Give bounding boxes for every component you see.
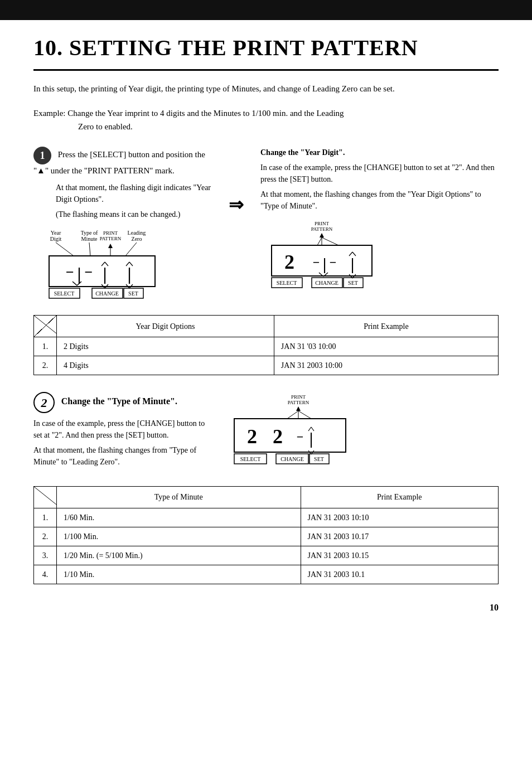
step2-container: 2 Change the "Type of Minute". In case o…: [33, 392, 499, 584]
svg-line-10: [125, 243, 137, 256]
step1-row2-col2: JAN 31 2003 10:00: [274, 356, 498, 375]
step2-row3-col1: 1/20 Min. (= 5/100 Min.): [57, 546, 301, 565]
step1-row1-col2: JAN 31 '03 10:00: [274, 337, 498, 356]
example-text: Example: Change the Year imprint to 4 di…: [33, 106, 499, 133]
svg-line-64: [298, 411, 311, 419]
svg-line-39: [317, 237, 322, 245]
svg-text:PRINT: PRINT: [103, 230, 118, 236]
step2-row2-col1: 1/100 Min.: [57, 527, 301, 546]
example-text-second: Zero to enabled.: [78, 122, 133, 131]
step2-row1-num: 1.: [34, 508, 57, 527]
svg-text:|: |: [77, 264, 81, 284]
step1-left-svg: Year Digit Type of Minute PRINT PATTERN …: [39, 227, 162, 305]
step2-header: Change the "Type of Minute".: [61, 396, 177, 406]
table-row: 3. 1/20 Min. (= 5/100 Min.) JAN 31 2003 …: [34, 546, 499, 565]
step2-row3-col2: JAN 31 2003 10.15: [301, 546, 499, 565]
right-arrow-icon: ⇒: [229, 191, 244, 218]
svg-text:|: |: [103, 264, 107, 284]
title-underline: [33, 69, 499, 71]
step2-table-corner: [34, 486, 57, 508]
svg-text:−: −: [85, 264, 93, 280]
step1-table-corner: [34, 316, 57, 337]
step2-col-header-2: Print Example: [301, 486, 499, 508]
svg-text:−: −: [297, 430, 304, 444]
svg-marker-62: [296, 406, 301, 411]
svg-text:−: −: [313, 255, 320, 269]
step1-left: 1 Press the [SELECT] button and position…: [33, 147, 212, 308]
step2-row2-num: 2.: [34, 527, 57, 546]
step2-text1: In case of the example, press the [CHANG…: [33, 418, 212, 441]
svg-text:SELECT: SELECT: [54, 290, 75, 297]
svg-marker-11: [108, 244, 113, 248]
step2-row2-col2: JAN 31 2003 10.17: [301, 527, 499, 546]
table-row: 2. 1/100 Min. JAN 31 2003 10.17: [34, 527, 499, 546]
svg-text:Year: Year: [51, 230, 61, 236]
svg-line-81: [34, 487, 56, 505]
step2-row4-col2: JAN 31 2003 10.1: [301, 565, 499, 584]
intro-text: In this setup, the printing of Year digi…: [33, 82, 499, 95]
example-text-main: Change the Year imprint to 4 digits and …: [67, 109, 344, 118]
step2-table: Type of Minute Print Example 1. 1/60 Min…: [33, 486, 499, 584]
svg-marker-37: [320, 233, 324, 237]
table-row: 2. 4 Digits JAN 31 2003 10:00: [34, 356, 499, 375]
step2-svg: PRINT PATTERN 2 2 − |: [229, 392, 351, 476]
svg-text:SELECT: SELECT: [277, 280, 297, 286]
svg-text:CHANGE: CHANGE: [315, 280, 338, 286]
step2-text2: At that moment, the flashing changes fro…: [33, 444, 212, 468]
table-row: 1. 1/60 Min. JAN 31 2003 10:10: [34, 508, 499, 527]
svg-line-8: [56, 243, 74, 256]
svg-text:PATTERN: PATTERN: [100, 236, 122, 241]
step1-header: 1 Press the [SELECT] button and position…: [33, 147, 212, 177]
svg-text:|: |: [127, 264, 131, 284]
step1-right-svg: PRINT PATTERN 2 − |: [266, 219, 378, 297]
svg-text:CHANGE: CHANGE: [280, 456, 304, 462]
step1-col-header-2: Print Example: [274, 316, 498, 337]
svg-text:PATTERN: PATTERN: [288, 400, 309, 405]
svg-text:−: −: [65, 264, 74, 280]
svg-text:|: |: [323, 255, 327, 273]
step1-row1-num: 1.: [34, 337, 57, 356]
step2-left: 2 Change the "Type of Minute". In case o…: [33, 392, 212, 471]
svg-text:PRINT: PRINT: [315, 221, 330, 226]
step1-table: Year Digit Options Print Example 1. 2 Di…: [33, 315, 499, 375]
svg-text:Type of: Type of: [81, 230, 98, 236]
page-content: 10. SETTING THE PRINT PATTERN In this se…: [0, 20, 532, 637]
step1-left-diagram: Year Digit Type of Minute PRINT PATTERN …: [39, 227, 212, 309]
step1-number: 1: [33, 147, 51, 164]
svg-text:Zero: Zero: [132, 236, 142, 242]
table-row: 1. 2 Digits JAN 31 '03 10:00: [34, 337, 499, 356]
svg-text:2: 2: [284, 251, 294, 273]
top-bar: [0, 0, 532, 20]
svg-text:CHANGE: CHANGE: [95, 290, 119, 297]
svg-text:Minute: Minute: [81, 236, 98, 242]
svg-text:2: 2: [247, 425, 257, 448]
svg-text:Leading: Leading: [128, 230, 146, 236]
step1-container: 1 Press the [SELECT] button and position…: [33, 147, 499, 375]
svg-text:Digit: Digit: [50, 236, 62, 242]
step2-row4-num: 4.: [34, 565, 57, 584]
step2-col-header-1: Type of Minute: [57, 486, 301, 508]
svg-text:2: 2: [273, 425, 283, 448]
step1-row2-num: 2.: [34, 356, 57, 375]
step1-right-heading: Change the "Year Digit".: [260, 147, 499, 158]
example-label: Example:: [33, 109, 67, 118]
step1-right-text2: At that moment, the flashing changes fro…: [260, 188, 499, 212]
step2-right-diagram: PRINT PATTERN 2 2 − |: [229, 392, 499, 479]
svg-text:SET: SET: [128, 290, 138, 297]
step1-right: Change the "Year Digit". In case of the …: [260, 147, 499, 300]
step2-number: 2: [33, 392, 55, 413]
step2-row1-col2: JAN 31 2003 10:10: [301, 508, 499, 527]
step2-row4-col1: 1/10 Min.: [57, 565, 301, 584]
svg-text:|: |: [309, 429, 313, 448]
svg-text:SET: SET: [314, 456, 324, 462]
step1-row1-col1: 2 Digits: [57, 337, 274, 356]
diagonal-icon2: [34, 487, 56, 505]
svg-line-59: [34, 316, 56, 333]
step2-header-row: 2 Change the "Type of Minute".: [33, 392, 212, 413]
svg-text:PATTERN: PATTERN: [311, 226, 333, 232]
step2-row3-num: 3.: [34, 546, 57, 565]
svg-text:SELECT: SELECT: [240, 456, 261, 462]
step1-arrow: ⇒: [229, 147, 244, 218]
svg-text:PRINT: PRINT: [291, 394, 306, 400]
step1-note2: (The flashing means it can be changed.): [56, 209, 212, 220]
